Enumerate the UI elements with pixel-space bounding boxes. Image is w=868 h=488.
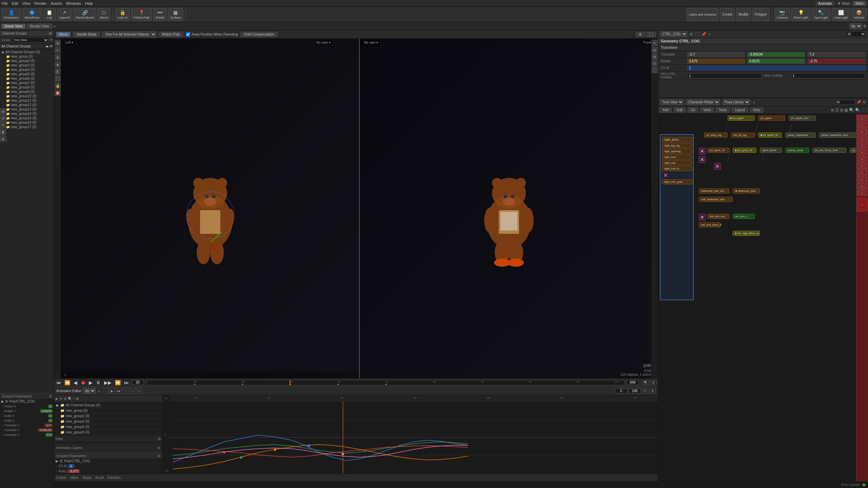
node-icon-7[interactable]: ⛶ (863, 108, 867, 113)
move-btn[interactable]: Move (56, 32, 71, 37)
area-light-btn[interactable]: ⬜ Area Light (832, 8, 850, 21)
red-node-8[interactable]: L (857, 163, 867, 169)
props-plus-btn[interactable]: + (708, 32, 711, 37)
menu-render[interactable]: Render (34, 1, 46, 5)
node-top-1[interactable]: ■ jnt_upper (728, 116, 755, 121)
node-view-btn[interactable]: View (700, 107, 714, 113)
node-edit-btn[interactable]: Edit (674, 107, 686, 113)
red-node-1[interactable]: L (857, 115, 867, 121)
plus-tab-btn[interactable]: + (54, 24, 56, 28)
play-btn[interactable]: ▶ (88, 380, 93, 385)
viewport-area[interactable]: ⊕ ✎ ⊗ ◈ ☰ ⛶ 🔒 🎯 (54, 39, 658, 378)
node-icon-6[interactable]: 🔍- (855, 108, 862, 113)
node-area[interactable]: Scene right_arms right_leg_log right_ope… (658, 114, 868, 481)
red-node-7[interactable]: L (857, 156, 867, 162)
log-btn[interactable]: 📋 Log (43, 8, 56, 21)
node-low-4[interactable]: patchy_body (785, 148, 809, 153)
node-soft[interactable]: soft_defensive_belt (699, 197, 733, 202)
node-low-1[interactable]: jnt_spine_W (707, 148, 729, 153)
append-btn[interactable]: ↗ Append (57, 8, 72, 21)
vp-side-6[interactable]: ⛶ (55, 76, 61, 82)
volume-btn[interactable]: 📦 Volume (852, 8, 867, 21)
channel-item-3[interactable]: 📁 new_group3 (0) (1, 63, 53, 67)
anim-end-input[interactable] (629, 388, 641, 393)
node-low-x1[interactable]: ✕ (699, 148, 706, 155)
anim-settings-btn[interactable]: ⚙ (650, 389, 656, 393)
channel-all-item[interactable]: ▶ All Channel Groups (0) (1, 50, 53, 54)
scope-add-btn[interactable]: + (50, 38, 53, 42)
menu-windows[interactable]: Windows (66, 1, 81, 5)
viewport-right[interactable]: Front ▾ No cam ▾ 104fps 9.59ms 224 objec… (360, 39, 658, 378)
view-options-btn[interactable]: ⚙ (636, 32, 645, 37)
node-mid-4[interactable]: pelvis_superEnd (785, 133, 816, 138)
node-search-input[interactable] (835, 100, 855, 105)
side-icon-4[interactable]: 🗑 (0, 129, 6, 135)
handle-mode-btn[interactable]: Handle Mode (73, 32, 99, 37)
side-icon-5[interactable]: ◈ (0, 136, 6, 142)
anim-add-btn[interactable]: + (73, 397, 75, 401)
translate-y[interactable] (748, 52, 805, 57)
go-end-btn[interactable]: ⏭ (123, 380, 130, 385)
red-node-5[interactable]: L (857, 142, 867, 148)
anim-auto-btn[interactable]: A (137, 388, 142, 394)
anim-layers-bottom-settings[interactable]: ⚙ (157, 446, 160, 450)
anim-tangent-btn[interactable]: ∿ (130, 388, 136, 394)
vp-side-3[interactable]: ⊗ (55, 54, 61, 60)
anim-group-3[interactable]: 📁 new_group3 (0) (54, 419, 162, 424)
skirt-val[interactable] (687, 73, 762, 78)
next-frame-btn[interactable]: ⏩ (114, 380, 121, 385)
node-icon-3[interactable]: ⊞ (840, 108, 843, 113)
node-right-arms[interactable]: right_arms (662, 137, 692, 142)
anim-group-all[interactable]: ▶ 📁 All Channel Groups (0) (54, 403, 162, 408)
channel-item-14[interactable]: 📁 new_group14 (0) (1, 111, 53, 116)
anim-remove-btn[interactable]: ✖ (76, 397, 79, 401)
menu-file[interactable]: File (2, 1, 8, 5)
anim-collapse-btn[interactable]: ▼ (59, 397, 63, 401)
node-tools-btn[interactable]: Tools (716, 107, 730, 113)
characters-btn[interactable]: 👤 Characters (1, 8, 21, 21)
red-node-12[interactable]: L (857, 190, 867, 196)
view-settings-btn[interactable]: ⚙ (863, 24, 867, 28)
rotate-z[interactable] (808, 59, 865, 64)
node-add-btn[interactable]: Add (659, 107, 672, 113)
vp-right-3[interactable]: ⊕ (652, 54, 658, 60)
parent-brand-btn[interactable]: 🔗 Parent Brand (74, 8, 96, 21)
anim-loop-btn[interactable]: ⟳ (642, 389, 648, 393)
red-node-11[interactable]: L (857, 183, 867, 189)
node-pink-x-3[interactable]: ✕ (714, 163, 721, 170)
anim-filter-btn[interactable]: ⚙ (64, 397, 67, 401)
node-mid-1[interactable]: jnt_belly_log (704, 133, 728, 138)
props-maximize-btn[interactable]: ⛶ (695, 32, 699, 37)
node-icon-4[interactable]: ▦ (844, 108, 848, 113)
maximize-btn[interactable]: ⛶ (646, 32, 656, 37)
lock-at-btn[interactable]: 🔒 Lock At (115, 8, 130, 21)
step-back-btn[interactable]: ◀ (73, 380, 78, 385)
node-plus-btn[interactable]: + (753, 100, 755, 104)
viewport-right-canvas[interactable] (360, 39, 658, 378)
refresh-btn[interactable]: ⟳ (50, 44, 53, 48)
node-left-arm-2[interactable]: left_arm_2 (733, 214, 755, 219)
props-search-select[interactable]: itli (846, 31, 866, 37)
red-node-9[interactable]: L (857, 169, 867, 176)
anim-group-1[interactable]: 📁 new_group (0) (54, 408, 162, 413)
channel-item-10[interactable]: 📁 new_group10 (0) (1, 94, 53, 98)
node-right-sup[interactable]: right_sup (662, 160, 692, 165)
anim-key-btn[interactable]: ⬦ (103, 388, 108, 394)
pause-btn[interactable]: ⏸ (95, 380, 101, 385)
menu-assets[interactable]: Assets (51, 1, 62, 5)
vp-right-5[interactable]: ⛶ (652, 67, 658, 73)
channel-item-9[interactable]: 📁 new_group9 (0) (1, 89, 53, 94)
viewport-left[interactable]: Left ▾ No cam ▾ ⊞ (61, 39, 360, 378)
vp-side-5[interactable]: ☰ (55, 68, 61, 75)
menu-view[interactable]: View (22, 1, 31, 5)
view-select[interactable]: itly (849, 23, 862, 29)
vp-right-4[interactable]: ∅ (652, 60, 658, 66)
anim-start-input[interactable] (615, 388, 627, 393)
point-light-btn[interactable]: 💡 Point Light (791, 8, 811, 21)
node-right-foot[interactable]: right_foot (662, 155, 692, 160)
red-node-6[interactable]: L (857, 149, 867, 155)
motion-path-btn[interactable]: Motion Path (159, 32, 183, 37)
node-pin-btn[interactable]: 📌 (856, 100, 861, 104)
node-editor[interactable]: Tree View Character Picker Pose Library … (658, 98, 868, 481)
surface-btn[interactable]: ▦ Surface (168, 8, 183, 21)
